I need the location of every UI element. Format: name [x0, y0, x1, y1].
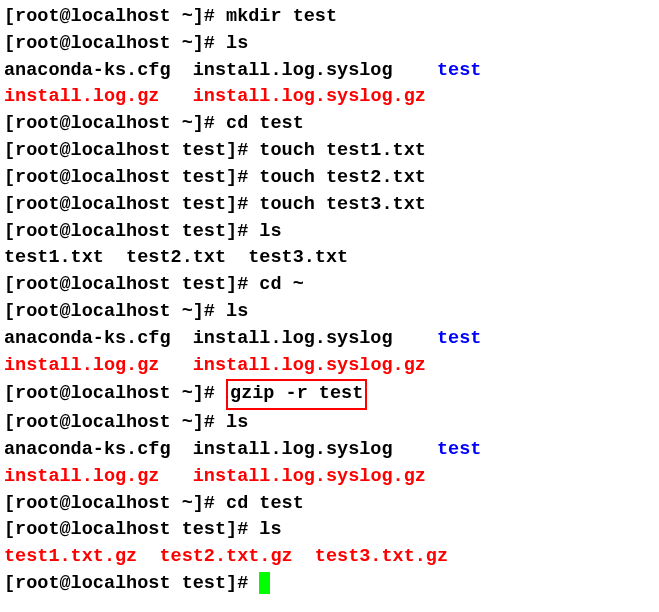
gz-file: install.log.syslog.gz [193, 355, 426, 376]
term-line: anaconda-ks.cfg install.log.syslog test [4, 58, 655, 85]
spacer [159, 86, 192, 107]
term-line: anaconda-ks.cfg install.log.syslog test [4, 326, 655, 353]
gz-file: install.log.syslog.gz [193, 86, 426, 107]
term-line: [root@localhost ~]# ls [4, 299, 655, 326]
term-line: [root@localhost ~]# gzip -r test [4, 379, 655, 410]
dir-name: test [437, 328, 481, 349]
term-line: test1.txt.gz test2.txt.gz test3.txt.gz [4, 544, 655, 571]
term-line: [root@localhost test]# [4, 571, 655, 598]
term-line: install.log.gz install.log.syslog.gz [4, 84, 655, 111]
dir-name: test [437, 439, 481, 460]
term-line: install.log.gz install.log.syslog.gz [4, 353, 655, 380]
prompt: [root@localhost test]# [4, 573, 259, 594]
terminal[interactable]: [root@localhost ~]# mkdir test [root@loc… [4, 4, 655, 598]
gz-file: install.log.gz [4, 86, 159, 107]
file-name: anaconda-ks.cfg install.log.syslog [4, 60, 437, 81]
term-line: test1.txt test2.txt test3.txt [4, 245, 655, 272]
term-line: [root@localhost ~]# mkdir test [4, 4, 655, 31]
term-line: [root@localhost ~]# cd test [4, 111, 655, 138]
file-name: anaconda-ks.cfg install.log.syslog [4, 439, 437, 460]
cursor [259, 572, 270, 594]
term-line: [root@localhost ~]# ls [4, 31, 655, 58]
prompt: [root@localhost ~]# [4, 383, 226, 404]
term-line: [root@localhost ~]# cd test [4, 491, 655, 518]
gz-file: test1.txt.gz test2.txt.gz test3.txt.gz [4, 546, 448, 567]
spacer [159, 355, 192, 376]
term-line: [root@localhost test]# touch test1.txt [4, 138, 655, 165]
term-line: [root@localhost test]# ls [4, 517, 655, 544]
term-line: [root@localhost test]# touch test3.txt [4, 192, 655, 219]
highlighted-command: gzip -r test [226, 379, 367, 410]
term-line: anaconda-ks.cfg install.log.syslog test [4, 437, 655, 464]
term-line: [root@localhost test]# cd ~ [4, 272, 655, 299]
gz-file: install.log.syslog.gz [193, 466, 426, 487]
dir-name: test [437, 60, 481, 81]
term-line: [root@localhost ~]# ls [4, 410, 655, 437]
term-line: install.log.gz install.log.syslog.gz [4, 464, 655, 491]
gz-file: install.log.gz [4, 466, 159, 487]
file-name: anaconda-ks.cfg install.log.syslog [4, 328, 437, 349]
term-line: [root@localhost test]# ls [4, 219, 655, 246]
term-line: [root@localhost test]# touch test2.txt [4, 165, 655, 192]
gz-file: install.log.gz [4, 355, 159, 376]
spacer [159, 466, 192, 487]
